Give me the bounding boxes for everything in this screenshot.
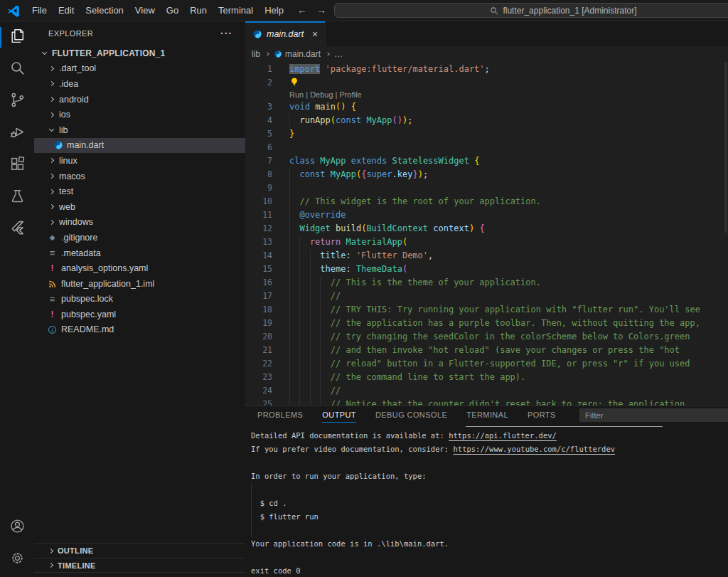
tree-item-macos[interactable]: macos — [34, 169, 245, 184]
activity-bar-settings[interactable] — [0, 544, 34, 576]
tree-item-readme.md[interactable]: iREADME.md — [34, 322, 245, 338]
menu-help[interactable]: Help — [259, 0, 289, 21]
output-link[interactable]: https://api.flutter.dev/ — [449, 431, 557, 440]
indent-guide — [299, 263, 309, 276]
tree-item-label: pubspec.yaml — [61, 309, 116, 319]
indent-guide — [299, 235, 309, 249]
code-line-14[interactable]: 14title: 'Flutter Demo', — [245, 249, 728, 263]
code-line-11[interactable]: 11@override — [245, 208, 728, 222]
code-line-6[interactable]: 6 — [245, 141, 728, 154]
tree-item-web[interactable]: web — [34, 199, 245, 215]
code-line-25[interactable]: 25// Notice that the counter didn't rese… — [245, 398, 728, 406]
activity-bar-source-control[interactable] — [0, 85, 34, 117]
tree-item-.gitignore[interactable]: ◆.gitignore — [34, 230, 245, 245]
indent-guide — [289, 181, 299, 195]
codelens-run-debug-profile[interactable]: Run | Debug | Profile — [245, 90, 728, 100]
code-line-19[interactable]: 19// the application has a purple toolba… — [245, 317, 728, 330]
code-line-24[interactable]: 24// — [245, 384, 728, 398]
indent-guide — [251, 497, 260, 510]
source-control-icon — [9, 91, 26, 112]
code-line-20[interactable]: 20// try changing the seedColor in the c… — [245, 330, 728, 344]
tree-item-flutter_application_1.iml[interactable]: flutter_application_1.iml — [34, 276, 245, 292]
tree-item-pubspec.lock[interactable]: ≡pubspec.lock — [34, 292, 245, 307]
command-center-search[interactable]: flutter_application_1 [Administrator] — [334, 3, 728, 18]
code-line-18[interactable]: 18// TRY THIS: Try running your applicat… — [245, 303, 728, 317]
code-line-2[interactable]: 2 — [245, 76, 728, 90]
activity-bar-accounts[interactable] — [0, 512, 34, 544]
tree-item-.metadata[interactable]: ≡.metadata — [34, 245, 245, 261]
breadcrumb-item[interactable]: main.dart — [285, 49, 321, 59]
menu-selection[interactable]: Selection — [80, 0, 129, 21]
panel-tab-problems[interactable]: PROBLEMS — [257, 406, 303, 424]
code-line-13[interactable]: 13return MaterialApp( — [245, 235, 728, 249]
nav-forward-icon[interactable]: → — [313, 0, 330, 21]
sidebar-section-outline[interactable]: OUTLINE — [34, 543, 245, 558]
menu-view[interactable]: View — [129, 0, 161, 21]
tree-item-linux[interactable]: linux — [34, 153, 245, 169]
code-line-22[interactable]: 22// reload" button in a Flutter-support… — [245, 357, 728, 371]
menu-run[interactable]: Run — [184, 0, 213, 21]
code-line-23[interactable]: 23// the command line to start the app). — [245, 371, 728, 384]
tree-item-pubspec.yaml[interactable]: !pubspec.yaml — [34, 307, 245, 322]
activity-bar-extensions[interactable] — [0, 149, 34, 181]
panel-tab-terminal[interactable]: TERMINAL — [466, 406, 508, 424]
activity-bar-flutter[interactable] — [0, 213, 34, 245]
tab-main-dart[interactable]: main.dart × — [245, 21, 326, 46]
panel-tab-ports[interactable]: PORTS — [528, 406, 556, 424]
activity-bar-testing[interactable] — [0, 181, 34, 213]
tree-item-label: README.md — [61, 324, 114, 334]
activity-bar-run-and-debug[interactable] — [0, 117, 34, 149]
tree-item-.dart_tool[interactable]: .dart_tool — [34, 61, 245, 77]
lightbulb-icon[interactable] — [289, 77, 299, 87]
output-link[interactable]: https://www.youtube.com/c/flutterdev — [453, 445, 615, 453]
tree-item-ios[interactable]: ios — [34, 107, 245, 122]
menu-go[interactable]: Go — [161, 0, 184, 21]
activity-bar-explorer[interactable] — [0, 21, 34, 53]
code-line-16[interactable]: 16// This is the theme of your applicati… — [245, 276, 728, 290]
breadcrumb[interactable]: libmain.dart… — [245, 46, 728, 62]
tree-item-label: ios — [59, 110, 70, 120]
breadcrumb-item[interactable]: … — [334, 49, 343, 59]
tree-item-label: android — [59, 95, 89, 105]
output-filter-input[interactable] — [579, 408, 728, 422]
code-line-12[interactable]: 12Widget build(BuildContext context) { — [245, 222, 728, 235]
views-and-more-actions-icon[interactable]: ··· — [220, 28, 232, 39]
activity-bar-search[interactable] — [0, 53, 34, 85]
breadcrumb-item[interactable]: lib — [252, 49, 260, 59]
output-text: exit code 0 — [251, 566, 301, 575]
code-line-8[interactable]: 8const MyApp({super.key}); — [245, 168, 728, 181]
code-line-1[interactable]: 1import 'package:flutter/material.dart'; — [245, 63, 728, 76]
nav-back-icon[interactable]: ← — [294, 0, 311, 21]
code-line-9[interactable]: 9 — [245, 181, 728, 195]
menu-edit[interactable]: Edit — [53, 0, 80, 21]
tree-item-test[interactable]: test — [34, 184, 245, 199]
panel-tab-output[interactable]: OUTPUT — [322, 406, 356, 424]
code-line-5[interactable]: 5} — [245, 127, 728, 141]
code-editor[interactable]: 1import 'package:flutter/material.dart';… — [245, 62, 728, 406]
tree-item-flutter_application_1[interactable]: FLUTTER_APPLICATION_1 — [34, 46, 245, 61]
breadcrumb-separator-icon — [265, 52, 269, 56]
code-line-10[interactable]: 10// This widget is the root of your app… — [245, 195, 728, 208]
tree-item-lib[interactable]: lib — [34, 122, 245, 138]
sidebar-section-timeline[interactable]: TIMELINE — [34, 558, 245, 573]
code-line-7[interactable]: 7class MyApp extends StatelessWidget { — [245, 154, 728, 168]
menu-terminal[interactable]: Terminal — [213, 0, 259, 21]
file-tree: FLUTTER_APPLICATION_1.dart_tool.ideaandr… — [34, 46, 245, 337]
tree-item-.idea[interactable]: .idea — [34, 76, 245, 92]
tree-item-analysis_options.yaml[interactable]: !analysis_options.yaml — [34, 260, 245, 276]
tree-item-android[interactable]: android — [34, 92, 245, 107]
clipped-link-underline — [466, 426, 663, 427]
tree-item-main.dart[interactable]: main.dart — [34, 138, 245, 154]
editor-scrollbar[interactable] — [724, 62, 727, 233]
indent-guide — [310, 371, 320, 384]
tab-close-icon[interactable]: × — [312, 29, 318, 39]
menu-file[interactable]: File — [26, 0, 53, 21]
code-line-15[interactable]: 15theme: ThemeData( — [245, 263, 728, 276]
line-number: 7 — [245, 154, 272, 168]
tree-item-windows[interactable]: windows — [34, 215, 245, 231]
code-line-17[interactable]: 17// — [245, 290, 728, 303]
panel-tab-debug-console[interactable]: DEBUG CONSOLE — [375, 406, 447, 424]
code-line-4[interactable]: 4runApp(const MyApp()); — [245, 114, 728, 127]
code-line-3[interactable]: 3void main() { — [245, 100, 728, 114]
code-line-21[interactable]: 21// and then invoke "hot reload" (save … — [245, 344, 728, 357]
